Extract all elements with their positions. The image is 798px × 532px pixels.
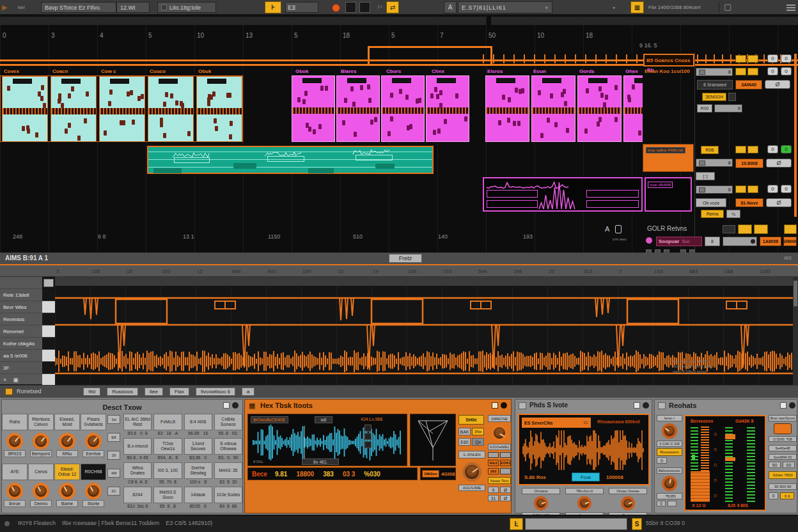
macro-knob[interactable] <box>85 433 102 450</box>
close-icon[interactable]: × <box>3 377 6 383</box>
scrub-area[interactable] <box>491 17 798 25</box>
device-icon[interactable] <box>519 402 526 409</box>
volume-slider[interactable]: 8 <box>696 185 733 194</box>
machine-knob[interactable] <box>491 425 508 441</box>
side-button[interactable]: 4M <box>107 469 120 478</box>
readout-value[interactable]: 383 <box>323 471 334 478</box>
param-slider[interactable]: 9 <box>714 104 742 113</box>
send-knob-active[interactable]: 0 <box>781 145 792 153</box>
value-box[interactable]: ED81 <box>500 460 511 466</box>
device-titlebar[interactable]: Desct Txow <box>2 401 242 411</box>
bak-button[interactable]: BAK <box>458 428 471 435</box>
draw-mode-button[interactable]: ⊦ <box>265 1 281 13</box>
slider-handle[interactable] <box>699 70 705 75</box>
param-cell[interactable]: Wtlos Dnates C8 6 A 8 <box>123 462 152 485</box>
machine-chooser[interactable]: 1MMCNE <box>488 415 511 422</box>
param-cell[interactable]: S vdoua Ofnwwa 83, 0, 80 <box>214 438 242 461</box>
keymap-button[interactable]: ▦ <box>630 1 644 13</box>
param-cell[interactable]: 8244 83J: 3dc 8 <box>123 487 152 510</box>
editor-scrollbar[interactable] <box>793 277 798 385</box>
piano-key[interactable] <box>42 289 55 301</box>
device-icon[interactable]: ▦ <box>249 402 255 410</box>
midi-clip[interactable] <box>426 75 469 142</box>
volume-slider[interactable]: 8 <box>696 68 733 76</box>
zero-box[interactable]: 0 <box>769 492 778 499</box>
automation-a-icon[interactable]: A <box>605 225 609 233</box>
fretz-button[interactable]: Fretz <box>389 254 422 263</box>
midi-clip[interactable] <box>51 76 97 142</box>
device-knob[interactable] <box>534 496 548 510</box>
midi-clip[interactable] <box>292 75 335 142</box>
mini-slider[interactable] <box>488 452 499 458</box>
solo-box[interactable] <box>747 185 758 193</box>
groove-field[interactable]: Lito.1Itg:tole <box>157 2 216 13</box>
midi-clip[interactable] <box>2 76 48 142</box>
blank-box[interactable] <box>668 501 677 506</box>
new-page-icon[interactable]: ▢ <box>724 2 731 12</box>
solo-box[interactable] <box>735 68 746 75</box>
lane-label[interactable]: Revindos <box>0 313 42 325</box>
macro-knob[interactable] <box>33 483 49 499</box>
midi-clip[interactable] <box>196 76 242 142</box>
param-cell[interactable]: 14daok 8D35 6 <box>184 487 212 510</box>
3ne-button[interactable]: 3Ne <box>472 428 484 435</box>
audio-clip-outline[interactable]: rvne v8u648 <box>645 177 692 212</box>
key-midi-button[interactable]: Ŀ <box>510 518 523 530</box>
slider-handle[interactable] <box>699 187 705 192</box>
device-knob[interactable] <box>662 476 677 491</box>
midi-clip[interactable] <box>485 75 529 142</box>
grid-box[interactable]: |::| <box>696 172 715 180</box>
device-collapse-icon[interactable] <box>501 402 507 409</box>
side-button[interactable]: 20 <box>107 451 120 460</box>
clip-name[interactable]: Gords <box>579 68 625 74</box>
midi-key-button[interactable]: S <box>632 518 642 530</box>
phase-button[interactable]: Ø <box>500 495 511 501</box>
tiny-box[interactable]: 31 <box>488 495 499 501</box>
phase-button[interactable]: Ø <box>766 159 792 168</box>
beat-time-ruler[interactable]: 0345101351857501018 <box>3 31 795 40</box>
side-button[interactable]: E8 <box>107 433 120 442</box>
scrub-area[interactable] <box>0 17 486 25</box>
editor-ruler[interactable]: 5105151931569449315915191931935941982531… <box>0 265 798 277</box>
midi-clip[interactable] <box>577 75 622 142</box>
macro-knob[interactable] <box>6 483 23 499</box>
solo-box[interactable] <box>754 224 768 234</box>
phase-button[interactable]: Ø <box>765 80 790 89</box>
rate-switch[interactable] <box>774 423 792 434</box>
send-knob[interactable]: 0 <box>781 185 792 193</box>
clip-name[interactable]: Coacn <box>52 68 101 74</box>
tiny-box[interactable]: 9 <box>488 487 499 493</box>
progress-bar[interactable] <box>525 518 627 530</box>
db-value[interactable]: 10.6008 <box>735 159 763 168</box>
clip-name[interactable]: Cbors <box>386 68 432 74</box>
arrangement-position-key[interactable]: A <box>444 1 457 13</box>
device-toggle-icon[interactable] <box>615 225 622 233</box>
small-box[interactable]: 8 <box>705 237 720 246</box>
gain-value[interactable]: 3AIN40 <box>735 80 762 90</box>
send-knob[interactable]: 0 <box>767 185 778 193</box>
sample-mode-button[interactable]: 1Mt0en <box>422 470 439 478</box>
param-cell[interactable]: Srerhe Stewlag 100 x 8 <box>184 462 212 485</box>
lane-grid[interactable]: Soewer 1 o0e 18025 Jwslnshwdne svRJe3e1 … <box>55 277 798 385</box>
master-track-header[interactable]: Soopuar Suc <box>656 237 702 246</box>
solo-box[interactable] <box>738 224 752 234</box>
device-knob[interactable] <box>662 423 677 439</box>
value-box[interactable]: 00 <box>783 462 795 468</box>
midi-clip[interactable] <box>148 76 194 142</box>
macro-knob[interactable] <box>33 433 49 450</box>
monitor-button[interactable]: 3EN0GH <box>702 93 726 101</box>
side-button[interactable]: 1w <box>107 415 120 424</box>
readout-value[interactable]: %030 <box>364 471 380 478</box>
send-knob[interactable]: 0 <box>781 54 792 63</box>
spectrum-display[interactable]: Bervsoeex Gd43K 8 ○ ○ ○ ○ ○ X 12 G 8 <box>684 415 766 511</box>
param-cell[interactable]: TOos Oew1s 894, A, 8 <box>153 438 182 461</box>
filter-display[interactable] <box>410 414 456 466</box>
menu-icon[interactable] <box>786 4 795 11</box>
solo-box[interactable] <box>735 55 746 63</box>
piano-key[interactable] <box>42 325 55 338</box>
x6-button[interactable]: X.6 <box>780 492 794 499</box>
solo-box[interactable] <box>747 68 758 75</box>
send-knob[interactable]: 0 <box>767 145 778 153</box>
volume-knob[interactable] <box>462 462 481 481</box>
readout-value[interactable]: 18800 <box>296 471 314 478</box>
